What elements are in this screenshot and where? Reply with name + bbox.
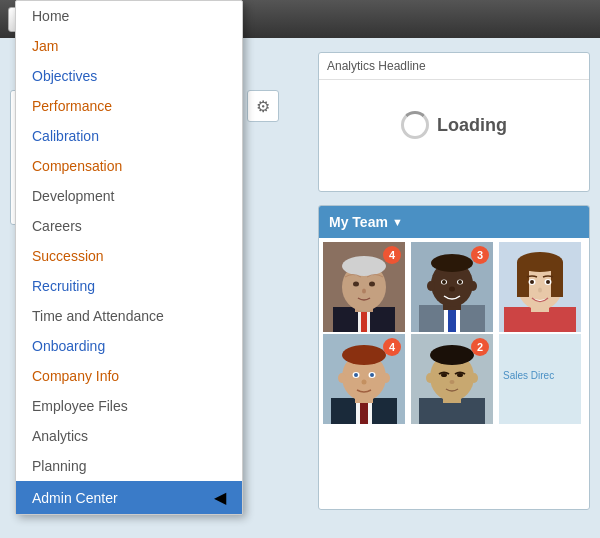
menu-item-jam[interactable]: Jam xyxy=(16,31,242,61)
loading-area: Loading xyxy=(319,80,589,170)
menu-item-careers[interactable]: Careers xyxy=(16,211,242,241)
svg-point-49 xyxy=(382,373,390,383)
active-item-arrow: ◀ xyxy=(214,488,226,507)
svg-point-6 xyxy=(342,256,386,276)
svg-point-48 xyxy=(338,373,346,383)
menu-item-performance[interactable]: Performance xyxy=(16,91,242,121)
menu-item-admin-center[interactable]: Admin Center ◀ xyxy=(16,481,242,514)
menu-item-employee-files[interactable]: Employee Files xyxy=(16,391,242,421)
my-team-header[interactable]: My Team ▼ xyxy=(319,206,589,238)
team-member-4[interactable]: 4 xyxy=(323,334,405,424)
svg-point-54 xyxy=(430,345,474,365)
svg-point-44 xyxy=(354,373,358,377)
menu-item-calibration[interactable]: Calibration xyxy=(16,121,242,151)
svg-point-58 xyxy=(426,373,434,383)
menu-item-compensation[interactable]: Compensation xyxy=(16,151,242,181)
analytics-headline: Analytics Headline xyxy=(319,53,589,80)
dropdown-menu: Home Jam Objectives Performance Calibrat… xyxy=(15,0,243,515)
gear-icon: ⚙ xyxy=(256,97,270,116)
svg-text:Sales Direc: Sales Direc xyxy=(503,370,554,381)
svg-rect-39 xyxy=(360,401,368,424)
svg-rect-13 xyxy=(448,307,456,332)
team-member-3[interactable] xyxy=(499,242,581,332)
svg-point-42 xyxy=(342,345,386,365)
menu-item-company-info[interactable]: Company Info xyxy=(16,361,242,391)
menu-item-succession[interactable]: Succession xyxy=(16,241,242,271)
svg-rect-3 xyxy=(361,310,367,332)
menu-item-objectives[interactable]: Objectives xyxy=(16,61,242,91)
svg-rect-29 xyxy=(517,262,529,297)
analytics-box: Analytics Headline Loading xyxy=(318,52,590,192)
svg-point-22 xyxy=(427,281,435,291)
svg-point-57 xyxy=(450,380,455,384)
menu-item-analytics[interactable]: Analytics xyxy=(16,421,242,451)
svg-point-56 xyxy=(457,373,463,377)
member-1-badge: 4 xyxy=(383,246,401,264)
svg-point-9 xyxy=(362,289,366,294)
my-team-label: My Team xyxy=(329,214,388,230)
svg-point-47 xyxy=(362,380,367,385)
loading-spinner xyxy=(401,111,429,139)
member-5-badge: 2 xyxy=(471,338,489,356)
team-member-6[interactable]: Sales Direc xyxy=(499,334,581,424)
svg-point-55 xyxy=(441,373,447,377)
svg-point-46 xyxy=(370,373,374,377)
svg-point-23 xyxy=(469,281,477,291)
svg-point-8 xyxy=(369,282,375,287)
svg-point-32 xyxy=(530,280,534,284)
svg-point-7 xyxy=(353,282,359,287)
menu-item-onboarding[interactable]: Onboarding xyxy=(16,331,242,361)
loading-text: Loading xyxy=(437,115,507,136)
svg-point-20 xyxy=(458,280,462,284)
member-4-badge: 4 xyxy=(383,338,401,356)
menu-item-development[interactable]: Development xyxy=(16,181,242,211)
team-member-2[interactable]: 3 xyxy=(411,242,493,332)
svg-point-21 xyxy=(449,287,455,292)
team-member-1[interactable]: 4 xyxy=(323,242,405,332)
gear-button[interactable]: ⚙ xyxy=(247,90,279,122)
menu-item-recruiting[interactable]: Recruiting xyxy=(16,271,242,301)
svg-point-18 xyxy=(442,280,446,284)
member-2-badge: 3 xyxy=(471,246,489,264)
svg-point-34 xyxy=(546,280,550,284)
menu-item-time-attendance[interactable]: Time and Attendance xyxy=(16,301,242,331)
menu-item-planning[interactable]: Planning xyxy=(16,451,242,481)
menu-item-home[interactable]: Home xyxy=(16,1,242,31)
svg-point-35 xyxy=(538,288,542,293)
my-team-arrow: ▼ xyxy=(392,216,403,228)
svg-rect-30 xyxy=(551,262,563,297)
my-team-box: My Team ▼ xyxy=(318,205,590,510)
svg-point-16 xyxy=(431,254,473,272)
team-grid: 4 xyxy=(319,238,589,428)
svg-point-59 xyxy=(470,373,478,383)
team-member-5[interactable]: 2 xyxy=(411,334,493,424)
